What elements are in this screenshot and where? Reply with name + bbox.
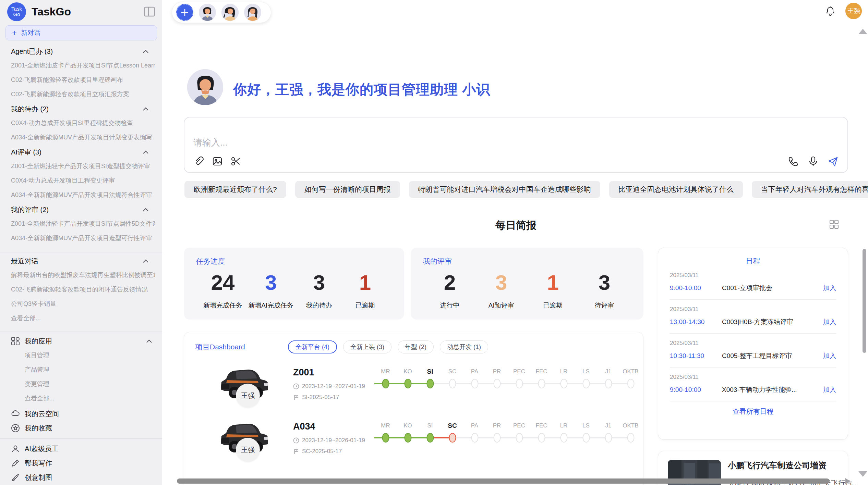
sidebar-item[interactable]: 公司Q3轻卡销量 [11, 299, 155, 309]
current-user-avatar[interactable]: 王强 [845, 3, 862, 19]
sidebar-item[interactable]: 解释最新出台的欧盟报废车法规再生塑料比例被调至15%... [11, 270, 155, 280]
tab-new-body[interactable]: 全新上装 (3) [343, 340, 391, 353]
chevron-up-icon[interactable] [143, 259, 149, 263]
section-ai-review[interactable]: AI评审 (3) [11, 147, 152, 157]
sidebar-item[interactable]: C0X4-动力总成开发项目SI里程碑提交物检查 [11, 118, 155, 128]
milestone-label: LS [582, 367, 590, 376]
chevron-up-icon[interactable] [143, 107, 149, 111]
attach-icon[interactable] [193, 156, 204, 167]
join-link[interactable]: 加入 [823, 385, 836, 394]
milestone-dot[interactable] [582, 433, 590, 443]
milestone-dot[interactable] [538, 379, 545, 388]
project-row[interactable]: 王强 Z001 2023-12-19~2027-01-19 SI-2025-05… [195, 362, 634, 414]
milestone-dot[interactable] [605, 379, 612, 388]
join-link[interactable]: 加入 [823, 318, 836, 326]
sidebar-item[interactable]: A034-全新新能源MUV产品开发项目计划变更表编写 [11, 132, 155, 142]
chevron-up-icon[interactable] [143, 49, 149, 53]
milestone-dot[interactable] [471, 379, 478, 388]
app-link-project[interactable]: 项目管理 [25, 350, 155, 360]
milestone-dot[interactable] [449, 379, 456, 388]
mic-icon[interactable] [808, 156, 819, 167]
milestone-dot[interactable] [582, 379, 590, 388]
suggestion-chip[interactable]: 比亚迪全固态电池计划具体说了什么 [609, 181, 743, 198]
section-agent-done[interactable]: Agent已办 (3) [11, 47, 152, 56]
sidebar-item[interactable]: C02-飞腾新能源轻客改款项目立项汇报方案 [11, 89, 155, 99]
send-icon[interactable] [828, 156, 839, 167]
milestone-dot[interactable] [449, 433, 456, 443]
sidebar-item[interactable]: Z001-全新燃油皮卡产品开发项目SI节点Lesson Learn报告 [11, 60, 155, 71]
phone-icon[interactable] [788, 156, 799, 167]
suggestion-chip[interactable]: 如何写一份清晰的项目周报 [295, 181, 400, 198]
vertical-scrollbar-thumb[interactable] [863, 249, 866, 353]
milestone-dot[interactable] [426, 379, 434, 388]
app-link-product[interactable]: 产品管理 [25, 364, 155, 375]
sidebar-collapse-icon[interactable] [144, 7, 155, 17]
sidebar-item[interactable]: Z001-全新燃油轻卡产品开发项目SI节点属性5D文件评审 [11, 219, 155, 229]
tool-write-helper[interactable]: 帮我写作 [11, 458, 155, 469]
tab-year-model[interactable]: 年型 (2) [398, 340, 434, 353]
section-recent-chats[interactable]: 最近对话 [11, 256, 152, 266]
milestone-dot[interactable] [382, 379, 389, 388]
section-my-review[interactable]: 我的评审 (2) [11, 205, 152, 214]
app-link-change[interactable]: 变更管理 [25, 379, 155, 389]
my-favorites-row[interactable]: 我的收藏 [11, 423, 155, 434]
avatar-contact-3[interactable] [244, 4, 261, 21]
suggestion-chip[interactable]: 欧洲新规最近颁布了什么? [184, 181, 286, 198]
milestone-dot[interactable] [516, 433, 523, 443]
milestone-dot[interactable] [404, 379, 411, 388]
sidebar-item[interactable]: C0X4-动力总成开发项目工程变更评审 [11, 175, 155, 186]
view-all-recent[interactable]: 查看全部... [11, 313, 155, 323]
notification-bell-icon[interactable] [825, 5, 836, 16]
milestone-dot[interactable] [627, 433, 634, 443]
layout-grid-icon[interactable] [829, 219, 839, 229]
milestone-dot[interactable] [493, 379, 501, 388]
project-row[interactable]: 王强 A034 2023-12-19~2026-01-19 SC-2025-05… [195, 416, 634, 468]
sidebar-item[interactable]: C02-飞腾新能源轻客改款项目里程碑画布 [11, 75, 155, 85]
suggestion-chip[interactable]: 当下年轻人对汽车外观有怎样的喜好趋势 [752, 181, 868, 198]
milestone-dot[interactable] [538, 433, 545, 443]
new-chat-button[interactable]: + 新对话 [5, 25, 157, 40]
schedule-name: C003|H0B-方案冻结评审 [722, 318, 823, 326]
suggestion-chip[interactable]: 特朗普可能对进口汽车增税会对中国车企造成哪些影响 [409, 181, 600, 198]
join-link[interactable]: 加入 [823, 351, 836, 360]
scissors-icon[interactable] [230, 156, 241, 167]
view-all-apps[interactable]: 查看全部... [25, 393, 155, 403]
milestone-dot[interactable] [493, 433, 501, 443]
milestone-dot[interactable] [382, 433, 389, 443]
sidebar-item[interactable]: A034-全新新能源MUV产品开发项目造型可行性评审 [11, 233, 155, 243]
tool-ai-employee[interactable]: AI超级员工 [11, 443, 155, 454]
milestone-dot[interactable] [605, 433, 612, 443]
milestone-dot[interactable] [516, 379, 523, 388]
milestone-dot[interactable] [404, 433, 411, 443]
scroll-down-arrow[interactable] [858, 471, 867, 477]
milestone-dot[interactable] [560, 379, 567, 388]
view-all-schedule-link[interactable]: 查看所有日程 [670, 407, 836, 416]
sidebar-item[interactable]: C02-飞腾新能源轻客改款项目的闭环通告反馈情况 [11, 284, 155, 295]
milestone-dot[interactable] [627, 379, 634, 388]
avatar-contact-2[interactable] [221, 4, 239, 21]
milestone-cell: MR [374, 421, 397, 445]
tool-creative-draw[interactable]: 创意制图 [11, 472, 155, 483]
horizontal-scrollbar-thumb[interactable] [177, 478, 830, 484]
milestone-dot[interactable] [560, 433, 567, 443]
scroll-up-arrow[interactable] [858, 29, 867, 34]
chevron-up-icon[interactable] [143, 150, 149, 154]
milestone-dot[interactable] [426, 433, 434, 443]
stat-label: 进行中 [440, 301, 460, 310]
my-apps-row[interactable]: 我的应用 [11, 336, 155, 347]
tab-new-platform[interactable]: 全新平台 (4) [288, 340, 337, 353]
sidebar-item[interactable]: A034-全新新能源MUV产品开发项目法规符合性评审 [11, 190, 155, 200]
my-cloud-row[interactable]: 我的云空间 [11, 408, 155, 419]
chevron-up-icon[interactable] [146, 339, 152, 343]
chevron-up-icon[interactable] [143, 208, 149, 212]
scroll-right-arrow[interactable] [845, 478, 850, 484]
image-icon[interactable] [212, 156, 223, 167]
section-my-todo[interactable]: 我的待办 (2) [11, 104, 152, 114]
add-session-button[interactable] [176, 4, 193, 21]
sidebar-item[interactable]: Z001-全新燃油轻卡产品开发项目SI造型提交物评审 [11, 161, 155, 171]
tab-powertrain[interactable]: 动总开发 (1) [440, 340, 488, 353]
chat-input[interactable] [193, 137, 742, 152]
avatar-contact-1[interactable] [199, 4, 216, 21]
join-link[interactable]: 加入 [823, 284, 836, 293]
milestone-dot[interactable] [471, 433, 478, 443]
